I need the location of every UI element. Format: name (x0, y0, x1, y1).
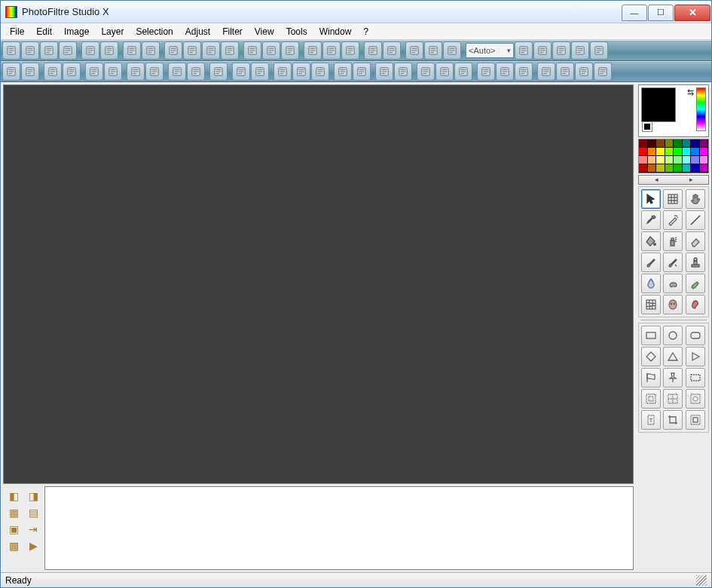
menu-tools[interactable]: Tools (280, 25, 313, 38)
film-play-icon[interactable]: ▶ (24, 537, 44, 554)
border-outside-icon[interactable] (496, 63, 514, 81)
gradient-icon[interactable] (209, 63, 228, 81)
palette-color[interactable] (700, 139, 709, 148)
print-icon[interactable] (81, 41, 99, 60)
deform-tool[interactable] (641, 295, 661, 314)
marquee3-shape[interactable] (686, 389, 705, 409)
marquee2-shape[interactable] (663, 389, 683, 409)
text-outline-icon[interactable] (383, 41, 401, 60)
undo-icon[interactable] (123, 41, 141, 60)
save-as-icon[interactable] (59, 41, 77, 60)
film-select-icon[interactable]: ▣ (5, 521, 24, 537)
palette-color[interactable] (674, 148, 683, 156)
foreground-color[interactable] (641, 87, 676, 122)
swap-colors-icon[interactable]: ⇆ (686, 87, 695, 97)
sharpen-icon[interactable] (417, 63, 435, 81)
menu-adjust[interactable]: Adjust (179, 25, 216, 38)
save-icon[interactable] (40, 41, 58, 60)
film-navigate-icon[interactable]: ⇥ (24, 521, 44, 537)
marquee1-shape[interactable] (641, 389, 661, 409)
flip-v-icon[interactable] (556, 63, 574, 81)
drop-shadow-icon[interactable] (515, 63, 533, 81)
palette-color[interactable] (648, 156, 657, 164)
hand-tool[interactable] (686, 189, 705, 209)
pattern-icon[interactable] (281, 41, 299, 60)
zoom-out-icon[interactable] (533, 41, 552, 60)
film-folder-icon[interactable]: ▦ (5, 504, 24, 521)
gear-icon[interactable] (424, 41, 442, 60)
gamma-minus-icon[interactable] (85, 63, 103, 81)
palette-color[interactable] (683, 164, 692, 173)
swatches1-icon[interactable] (273, 63, 292, 81)
palette-color[interactable] (683, 156, 692, 164)
palette-color[interactable] (639, 148, 648, 156)
person-right-icon[interactable] (341, 41, 359, 60)
auto-contrast-icon[interactable] (251, 63, 269, 81)
palette-color[interactable] (648, 139, 657, 148)
retouch-tool[interactable] (663, 295, 683, 314)
palette-color[interactable] (691, 139, 700, 148)
palette-color[interactable] (648, 148, 657, 156)
palette-color[interactable] (691, 156, 700, 164)
advanced-brush-tool[interactable] (663, 253, 683, 272)
pipette-tool[interactable] (641, 210, 661, 230)
redo-icon[interactable] (142, 41, 160, 60)
palette-color[interactable] (656, 156, 665, 164)
grayscale-icon[interactable] (334, 63, 352, 81)
palette-color[interactable] (656, 148, 665, 156)
palette-color[interactable] (665, 148, 674, 156)
zoom-in-icon[interactable] (515, 41, 533, 60)
menu-edit[interactable]: Edit (30, 25, 58, 38)
person-center-icon[interactable] (322, 41, 341, 60)
explorer-icon[interactable] (405, 41, 423, 60)
film-tree-collapse-icon[interactable]: ◧ (5, 488, 24, 504)
filmstrip-area[interactable] (44, 486, 634, 570)
palette-color[interactable] (691, 148, 700, 156)
palette-color[interactable] (656, 139, 665, 148)
zoom-actual-icon[interactable] (571, 41, 589, 60)
film-folder-tree-icon[interactable]: ▤ (24, 504, 44, 521)
automate-icon[interactable] (443, 41, 461, 60)
sepia-icon[interactable] (353, 63, 371, 81)
crop-shape[interactable] (663, 410, 683, 430)
palette-color[interactable] (648, 164, 657, 173)
menu-help[interactable]: ? (357, 25, 374, 38)
blur-tool[interactable] (641, 274, 661, 293)
magic-wand-tool[interactable] (663, 210, 683, 230)
new-file-icon[interactable] (2, 41, 20, 60)
levels-icon[interactable] (187, 63, 205, 81)
brush-tool[interactable] (641, 253, 661, 272)
palette-prev-button[interactable]: ◂ (639, 176, 674, 184)
close-button[interactable]: ✕ (674, 5, 710, 21)
insert-image-icon[interactable] (221, 41, 239, 60)
canvas-area[interactable] (3, 84, 634, 484)
palette-color[interactable] (656, 164, 665, 173)
brightness-minus-icon[interactable] (2, 63, 20, 81)
contrast-plus-icon[interactable] (63, 63, 81, 81)
frame-icon[interactable] (477, 63, 495, 81)
minimize-button[interactable]: — (622, 5, 647, 21)
menu-image[interactable]: Image (58, 25, 95, 38)
palette-color[interactable] (700, 164, 709, 173)
brightness-plus-icon[interactable] (21, 63, 39, 81)
saturation-plus-icon[interactable] (145, 63, 163, 81)
grid-tool[interactable] (663, 189, 683, 209)
palette-color[interactable] (665, 139, 674, 148)
histogram-icon[interactable] (168, 63, 186, 81)
flag-shape[interactable] (641, 368, 661, 387)
fill-tool[interactable] (641, 231, 661, 251)
palette-color[interactable] (674, 139, 683, 148)
palette-color[interactable] (683, 139, 692, 148)
artistic-tool[interactable] (686, 295, 705, 314)
resize-grip[interactable] (696, 575, 707, 586)
palette-color[interactable] (674, 164, 683, 173)
full-screen-icon[interactable] (590, 41, 608, 60)
blur-icon[interactable] (394, 63, 412, 81)
person-left-icon[interactable] (304, 41, 322, 60)
rounded-rect-shape[interactable] (686, 326, 705, 345)
film-thumbnail-icon[interactable]: ▩ (5, 537, 24, 554)
flip-h-icon[interactable] (537, 63, 555, 81)
menu-view[interactable]: View (249, 25, 280, 38)
film-tree-expand-icon[interactable]: ◨ (24, 488, 44, 504)
gamma-plus-icon[interactable] (104, 63, 122, 81)
